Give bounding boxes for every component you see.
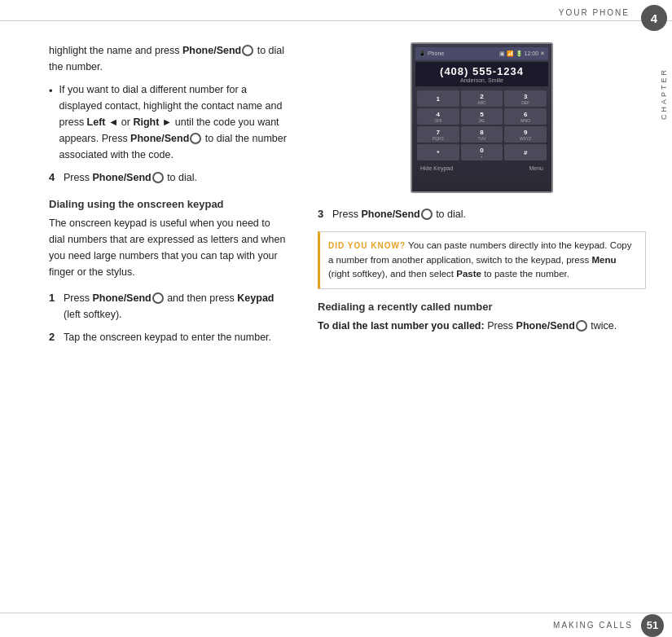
phone-top-label: 📱 Phone bbox=[419, 51, 444, 57]
bullet-item: • If you want to dial a different number… bbox=[49, 81, 287, 163]
left-column: highlight the name and press Phone/Send … bbox=[0, 34, 301, 611]
chapter-sidebar: CHAPTER bbox=[656, 45, 672, 143]
phone-screen-inner: 📱 Phone ▣ 📶 🔋 12:00 ✕ (408) 555-1234 And… bbox=[412, 44, 551, 191]
phone-circle-3 bbox=[152, 172, 164, 183]
phone-circle-5 bbox=[421, 209, 433, 220]
step-2: 2 Tap the onscreen keypad to enter the n… bbox=[49, 329, 287, 346]
right-column: 📱 Phone ▣ 📶 🔋 12:00 ✕ (408) 555-1234 And… bbox=[301, 34, 654, 611]
keypad-key: * bbox=[417, 144, 459, 160]
keypad-grid: 12ABC3DEF4GHI5JKL6MNO7PQRS8TUV9WXYZ*0+# bbox=[415, 89, 548, 162]
phone-number-display: (408) 555-1234 Anderson, Smille bbox=[415, 62, 548, 86]
redialing-text: To dial the last number you called: Pres… bbox=[318, 318, 646, 334]
phone-bottom-bar: Hide Keypad Menu bbox=[415, 164, 548, 173]
intro-bold-1: Phone/Send bbox=[182, 45, 241, 56]
phone-circle-1 bbox=[242, 45, 253, 56]
phone-screen: 📱 Phone ▣ 📶 🔋 12:00 ✕ (408) 555-1234 And… bbox=[411, 42, 553, 193]
step-3: 3 Press Phone/Send to dial. bbox=[318, 206, 646, 223]
keypad-key: 6MNO bbox=[504, 108, 547, 125]
step-1: 1 Press Phone/Send and then press Keypad… bbox=[49, 290, 287, 323]
phone-left-soft: Hide Keypad bbox=[420, 165, 453, 171]
phone-circle-4 bbox=[152, 292, 164, 304]
step1-num: 1 bbox=[49, 290, 64, 307]
bottom-bar: MAKING CALLS 51 bbox=[0, 613, 672, 637]
chapter-label: YOUR PHONE bbox=[559, 8, 630, 17]
phone-contact: Anderson, Smille bbox=[420, 77, 543, 83]
footer-page-number: 51 bbox=[641, 614, 664, 637]
chapter-number: 4 bbox=[641, 5, 667, 31]
did-you-know-bold1: Menu bbox=[591, 255, 616, 265]
redialing-heading: Redialing a recently called number bbox=[318, 301, 646, 313]
step2-content: Tap the onscreen keypad to enter the num… bbox=[64, 329, 271, 345]
keypad-key: 5JKL bbox=[461, 108, 503, 125]
phone-top-bar: 📱 Phone ▣ 📶 🔋 12:00 ✕ bbox=[415, 47, 548, 60]
step4-num: 4 bbox=[49, 169, 64, 187]
keypad-key: 3DEF bbox=[504, 90, 547, 107]
did-you-know-label: DID YOU KNOW? bbox=[328, 241, 406, 250]
keypad-key: 4GHI bbox=[417, 108, 459, 125]
keypad-key: 1 bbox=[417, 90, 459, 107]
did-you-know-box: DID YOU KNOW? You can paste numbers dire… bbox=[318, 231, 646, 289]
chapter-sidebar-text: CHAPTER bbox=[660, 68, 668, 120]
redialing-bold: To dial the last number you called: bbox=[318, 320, 485, 332]
phone-status-icons: ▣ 📶 🔋 12:00 ✕ bbox=[499, 51, 545, 57]
did-you-know-bold2: Paste bbox=[456, 269, 481, 279]
step1-content: Press Phone/Send and then press Keypad (… bbox=[64, 290, 287, 323]
section-intro: The onscreen keypad is useful when you n… bbox=[49, 215, 287, 280]
keypad-key: 9WXYZ bbox=[504, 126, 547, 143]
step-4: 4 Press Phone/Send to dial. bbox=[49, 169, 287, 187]
section-heading: Dialing using the onscreen keypad bbox=[49, 198, 287, 210]
step3-num: 3 bbox=[318, 206, 332, 223]
phone-circle-2 bbox=[190, 133, 201, 144]
keypad-key: 0+ bbox=[461, 144, 503, 160]
phone-circle-6 bbox=[576, 320, 587, 332]
step3-content: Press Phone/Send to dial. bbox=[332, 206, 466, 222]
step4-content: Press Phone/Send to dial. bbox=[64, 169, 197, 186]
phone-right-soft: Menu bbox=[529, 165, 543, 171]
redialing-section: Redialing a recently called number To di… bbox=[318, 301, 646, 334]
did-you-know-text2: (right softkey), and then select bbox=[328, 269, 456, 279]
main-content: highlight the name and press Phone/Send … bbox=[0, 34, 654, 611]
intro-text: highlight the name and press Phone/Send … bbox=[49, 42, 287, 75]
did-you-know-text3: to paste the number. bbox=[481, 269, 569, 279]
intro-text-1: highlight the name and press bbox=[49, 45, 182, 56]
phone-number: (408) 555-1234 bbox=[420, 65, 543, 77]
footer-label: MAKING CALLS bbox=[553, 621, 633, 630]
bullet-text: If you want to dial a different number f… bbox=[59, 81, 287, 163]
bullet-dot: • bbox=[49, 83, 53, 100]
top-bar: YOUR PHONE 4 bbox=[0, 0, 672, 21]
keypad-key: # bbox=[504, 144, 547, 160]
step2-num: 2 bbox=[49, 329, 64, 346]
keypad-key: 7PQRS bbox=[417, 126, 459, 143]
keypad-key: 2ABC bbox=[461, 90, 503, 107]
keypad-key: 8TUV bbox=[461, 126, 503, 143]
